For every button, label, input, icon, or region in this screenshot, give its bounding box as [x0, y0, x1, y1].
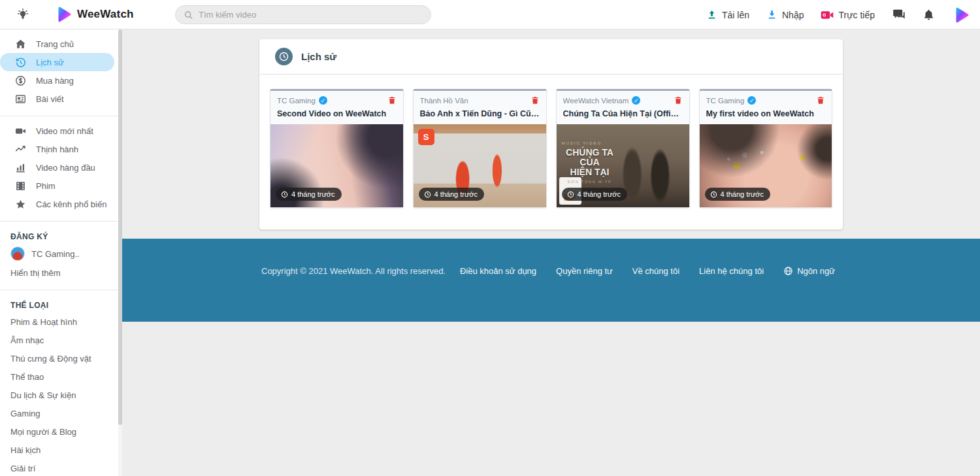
sidebar-item-popular-channels[interactable]: Các kênh phổ biến	[0, 195, 114, 213]
video-title[interactable]: My first video on WeeWatch	[706, 109, 826, 118]
sidebar-item-movies[interactable]: Phim	[0, 177, 114, 195]
lightbulb-icon	[16, 7, 30, 22]
video-card[interactable]: TC Gaming ✓ My first video on WeeWatch 4…	[699, 89, 833, 208]
footer-link-language[interactable]: Ngôn ngữ	[783, 266, 835, 276]
live-camera-icon	[821, 10, 834, 20]
footer-link-about[interactable]: Về chúng tôi	[632, 266, 679, 276]
footer-link-contact[interactable]: Liên hệ chúng tôi	[699, 266, 764, 276]
sidebar-subscribed-channel[interactable]: TC Gaming..	[0, 244, 118, 264]
video-title[interactable]: Bảo Anh x Tiến Dũng - Gì Cũng ...	[420, 109, 540, 118]
live-button[interactable]: Trực tiếp	[821, 10, 875, 20]
category-music[interactable]: Âm nhạc	[0, 331, 118, 349]
show-more-link[interactable]: Hiển thị thêm	[0, 264, 118, 282]
bell-icon	[923, 8, 935, 22]
subscriptions-header: ĐĂNG KÝ	[0, 222, 118, 244]
mv-title: CHÚNG TA CỦA HIỆN TẠI	[562, 148, 618, 177]
app-logo[interactable]: WeeWatch	[55, 6, 134, 23]
sidebar-item-articles[interactable]: Bài viết	[0, 90, 114, 108]
sidebar-item-label: Video hàng đầu	[36, 163, 95, 173]
video-title[interactable]: Chúng Ta Của Hiện Tại (Official ...	[563, 109, 683, 118]
verified-icon: ✓	[632, 96, 640, 105]
history-icon	[14, 56, 27, 69]
upload-icon	[706, 9, 717, 20]
sidebar-item-label: Mua hàng	[36, 76, 74, 86]
category-sports[interactable]: Thể thao	[0, 367, 118, 386]
shopee-logo: S	[418, 129, 434, 145]
mv-kicker: MUSIC VIDEO	[562, 141, 618, 145]
sidebar-item-trending[interactable]: Thịnh hành	[0, 140, 114, 158]
brand-name: WeeWatch	[77, 8, 134, 21]
clock-icon	[424, 191, 431, 198]
history-clock-badge	[275, 48, 293, 65]
time-badge: 4 tháng trước	[276, 188, 342, 201]
user-avatar[interactable]	[952, 6, 970, 24]
video-channel[interactable]: TC Gaming	[277, 97, 316, 105]
download-icon	[766, 9, 777, 20]
delete-icon[interactable]	[387, 95, 397, 105]
clock-icon	[567, 191, 574, 198]
bar-chart-icon	[14, 162, 27, 174]
messages-button[interactable]	[892, 8, 906, 22]
avatar-play-icon	[953, 7, 970, 24]
video-card[interactable]: TC Gaming ✓ Second Video on WeeWatch 4 t…	[270, 89, 404, 208]
category-gaming[interactable]: Gaming	[0, 404, 118, 422]
sidebar-item-home[interactable]: Trang chủ	[0, 35, 114, 53]
category-people-blog[interactable]: Mọi người & Blog	[0, 422, 118, 441]
trending-icon	[14, 143, 27, 156]
video-thumbnail[interactable]: 4 tháng trước	[270, 124, 403, 207]
sidebar-item-history[interactable]: Lịch sử	[0, 53, 114, 71]
video-thumbnail[interactable]: MUSIC VIDEO CHÚNG TA CỦA HIỆN TẠI SƠN TÙ…	[557, 124, 689, 207]
search-bar[interactable]	[175, 5, 431, 24]
footer-link-terms[interactable]: Điều khoản sử dụng	[460, 266, 536, 276]
import-button[interactable]: Nhập	[766, 9, 804, 20]
clock-icon	[278, 51, 289, 62]
video-card[interactable]: WeeWatch Vietnam ✓ Chúng Ta Của Hiện Tại…	[556, 89, 690, 208]
sidebar-item-latest-videos[interactable]: Video mới nhất	[0, 122, 114, 140]
article-icon	[14, 93, 27, 105]
page-title: Lịch sử	[301, 51, 336, 62]
sidebar-scrollbar[interactable]	[118, 29, 122, 476]
video-thumbnail[interactable]: 4 tháng trước	[700, 124, 832, 207]
time-badge: 4 tháng trước	[562, 188, 628, 201]
delete-icon[interactable]	[674, 95, 683, 105]
delete-icon[interactable]	[531, 95, 540, 105]
time-label: 4 tháng trước	[291, 190, 335, 198]
sidebar-item-label: Các kênh phổ biến	[36, 199, 106, 209]
star-icon	[14, 198, 27, 211]
language-label: Ngôn ngữ	[797, 266, 835, 276]
sidebar-item-label: Phim	[36, 181, 56, 191]
sidebar-item-purchases[interactable]: Mua hàng	[0, 71, 114, 90]
clock-icon	[710, 191, 717, 198]
time-label: 4 tháng trước	[578, 190, 621, 198]
copyright-text: Copyright © 2021 WeeWatch. All rights re…	[261, 266, 446, 276]
category-travel-events[interactable]: Du lịch & Sự kiện	[0, 386, 118, 404]
scrollbar-thumb[interactable]	[118, 29, 122, 425]
search-input[interactable]	[199, 10, 423, 20]
video-channel[interactable]: TC Gaming	[706, 97, 745, 105]
mv-subtitle: SƠN TÙNG M-TP	[562, 180, 618, 184]
category-comedy[interactable]: Hài kịch	[0, 441, 118, 459]
top-bar: WeeWatch Tải lên Nhập Trực tiếp	[0, 0, 980, 29]
notifications-button[interactable]	[923, 8, 935, 22]
category-entertainment[interactable]: Giải trí	[0, 459, 118, 476]
category-pets-animals[interactable]: Thú cưng & Động vật	[0, 349, 118, 367]
delete-icon[interactable]	[816, 95, 825, 105]
globe-icon	[783, 266, 793, 276]
upload-label: Tải lên	[722, 10, 749, 20]
sidebar-item-top-videos[interactable]: Video hàng đầu	[0, 158, 114, 177]
video-channel[interactable]: Thành Hồ Văn	[420, 97, 468, 105]
video-thumbnail[interactable]: S 4 tháng trước	[414, 124, 546, 207]
sidebar-item-label: Thịnh hành	[36, 144, 78, 154]
theme-toggle-button[interactable]	[0, 7, 46, 22]
time-badge: 4 tháng trước	[705, 188, 771, 201]
home-icon	[14, 38, 27, 50]
upload-button[interactable]: Tải lên	[706, 9, 749, 20]
channel-name: TC Gaming..	[31, 249, 80, 259]
dollar-circle-icon	[14, 75, 27, 87]
category-film-animation[interactable]: Phim & Hoạt hình	[0, 313, 118, 331]
video-title[interactable]: Second Video on WeeWatch	[277, 109, 397, 118]
footer-link-privacy[interactable]: Quyền riêng tư	[556, 266, 613, 276]
search-icon	[184, 10, 193, 20]
video-channel[interactable]: WeeWatch Vietnam	[563, 97, 629, 105]
video-card[interactable]: Thành Hồ Văn Bảo Anh x Tiến Dũng - Gì Cũ…	[413, 89, 547, 208]
